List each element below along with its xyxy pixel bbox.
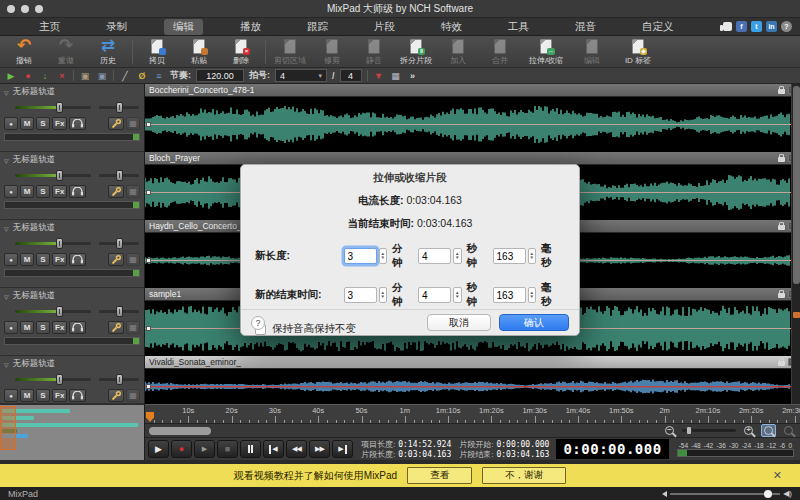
track-extra-button[interactable]: ▦ <box>126 321 140 334</box>
menu-tab-工具[interactable]: 工具 <box>499 19 538 35</box>
pan-slider[interactable] <box>99 174 139 177</box>
collapse-triangle-icon[interactable]: ▽ <box>4 89 9 96</box>
confirm-button[interactable]: 确认 <box>499 314 569 331</box>
help-icon[interactable]: ? <box>781 21 792 32</box>
stepper-control[interactable]: ▲▼ <box>453 287 461 303</box>
volume-slider[interactable] <box>15 310 91 313</box>
new-end-minutes-input[interactable] <box>344 287 377 303</box>
volume-slider-handle[interactable] <box>56 306 63 317</box>
open-folder-icon[interactable]: ▣ <box>79 70 91 82</box>
minimap-view-selection[interactable] <box>0 406 16 450</box>
new-end-seconds-input[interactable] <box>418 287 451 303</box>
mute-button[interactable]: M <box>20 185 34 198</box>
view-tutorial-button[interactable]: 查看 <box>407 467 472 484</box>
pan-slider-handle[interactable] <box>116 306 123 317</box>
stepper-control[interactable]: ▲▼ <box>379 248 387 264</box>
track-settings-button[interactable] <box>108 321 124 334</box>
add-track-icon[interactable]: ↓ <box>39 70 51 82</box>
play-button[interactable]: ▶ <box>148 440 169 458</box>
clip-start-handle[interactable] <box>146 326 151 331</box>
history-button[interactable]: ⇄历史 <box>87 37 129 66</box>
draw-tool-icon[interactable]: ╱ <box>119 70 131 82</box>
solo-button[interactable]: S <box>36 321 50 334</box>
pause-button[interactable] <box>240 440 261 458</box>
solo-button[interactable]: S <box>36 253 50 266</box>
clip-header[interactable]: Vivaldi_Sonata_eminor_× <box>145 356 800 369</box>
paste-button[interactable]: 粘贴 <box>178 37 220 66</box>
play-small-icon[interactable]: ▶ <box>5 70 17 82</box>
menu-tab-片段[interactable]: 片段 <box>365 19 404 35</box>
stepper-control[interactable]: ▲▼ <box>528 248 536 264</box>
volume-slider-handle[interactable] <box>56 238 63 249</box>
skip-end-button[interactable]: ▶ <box>332 440 353 458</box>
track-extra-button[interactable]: ▦ <box>126 117 140 130</box>
save-folder-icon[interactable]: ▣ <box>96 70 108 82</box>
new-length-minutes-input[interactable] <box>344 248 377 264</box>
track-strip-header[interactable]: ▽无标题轨道 <box>4 154 140 166</box>
arm-record-button[interactable]: ● <box>4 253 18 266</box>
clip-waveform[interactable] <box>145 97 800 152</box>
volume-slider[interactable] <box>15 242 91 245</box>
mute-button[interactable]: M <box>20 117 34 130</box>
menu-tab-编辑[interactable]: 编辑 <box>164 19 203 35</box>
lock-icon[interactable] <box>778 157 785 162</box>
headphones-button[interactable] <box>69 253 86 266</box>
id-tags-button[interactable]: ◆ID 标签 <box>613 37 663 66</box>
lock-icon[interactable] <box>778 89 785 94</box>
volume-slider[interactable] <box>15 106 91 109</box>
bookmark-icon[interactable]: ▼ <box>373 70 385 82</box>
skip-start-button[interactable]: ◀ <box>263 440 284 458</box>
zoom-slider[interactable] <box>682 429 736 432</box>
delete-button[interactable]: ×删除 <box>220 37 262 66</box>
pan-slider-handle[interactable] <box>116 238 123 249</box>
pan-slider-handle[interactable] <box>116 102 123 113</box>
stretch-shrink-button[interactable]: ↔拉伸/收缩 <box>521 37 571 66</box>
rewind-button[interactable]: ◀◀ <box>286 440 307 458</box>
zoom-in-button[interactable] <box>741 424 756 437</box>
collapse-triangle-icon[interactable]: ▽ <box>4 361 9 368</box>
like-icon[interactable] <box>723 22 732 31</box>
zoom-slider-thumb[interactable] <box>686 426 692 435</box>
preview-play-button[interactable]: ▶ <box>194 440 215 458</box>
track-settings-button[interactable] <box>108 253 124 266</box>
solo-button[interactable]: S <box>36 117 50 130</box>
track-extra-button[interactable]: ▦ <box>126 185 140 198</box>
collapse-triangle-icon[interactable]: ▽ <box>4 225 9 232</box>
stepper-control[interactable]: ▲▼ <box>379 287 387 303</box>
fx-button[interactable]: Fx <box>52 253 67 266</box>
pan-slider[interactable] <box>99 106 139 109</box>
arm-record-button[interactable]: ● <box>4 117 18 130</box>
volume-slider-handle[interactable] <box>56 102 63 113</box>
headphones-button[interactable] <box>69 321 86 334</box>
stop-button[interactable]: ■ <box>217 440 238 458</box>
lock-icon[interactable] <box>778 361 785 366</box>
close-notification-icon[interactable]: ✕ <box>773 469 782 482</box>
pan-slider-handle[interactable] <box>116 170 123 181</box>
pan-slider-handle[interactable] <box>116 374 123 385</box>
fx-button[interactable]: Fx <box>52 389 67 402</box>
help-button[interactable]: ? <box>251 316 265 330</box>
new-end-millis-input[interactable] <box>493 287 526 303</box>
solo-button[interactable]: S <box>36 185 50 198</box>
arm-record-button[interactable]: ● <box>4 321 18 334</box>
track-strip-header[interactable]: ▽无标题轨道 <box>4 358 140 370</box>
pan-slider[interactable] <box>99 242 139 245</box>
arm-record-button[interactable]: ● <box>4 389 18 402</box>
volume-slider-handle[interactable] <box>56 170 63 181</box>
record-small-icon[interactable]: ● <box>22 70 34 82</box>
cancel-button[interactable]: 取消 <box>427 314 491 331</box>
levels-icon[interactable]: ≡ <box>153 70 165 82</box>
undo-button[interactable]: ↶撤销 <box>3 37 45 66</box>
menu-tab-自定义[interactable]: 自定义 <box>633 19 683 35</box>
mute-button[interactable]: M <box>20 253 34 266</box>
track-settings-button[interactable] <box>108 185 124 198</box>
twitter-icon[interactable]: t <box>751 21 762 32</box>
headphones-button[interactable] <box>69 185 86 198</box>
timesig-numerator-select[interactable]: 4 ▾ <box>275 69 327 82</box>
menu-tab-特效[interactable]: 特效 <box>432 19 471 35</box>
pan-slider[interactable] <box>99 378 139 381</box>
mute-master-icon[interactable]: Ø <box>136 70 148 82</box>
track-strip-header[interactable]: ▽无标题轨道 <box>4 222 140 234</box>
facebook-icon[interactable]: f <box>736 21 747 32</box>
clip-header[interactable]: Boccherini_Concerto_478-1× <box>145 84 800 97</box>
